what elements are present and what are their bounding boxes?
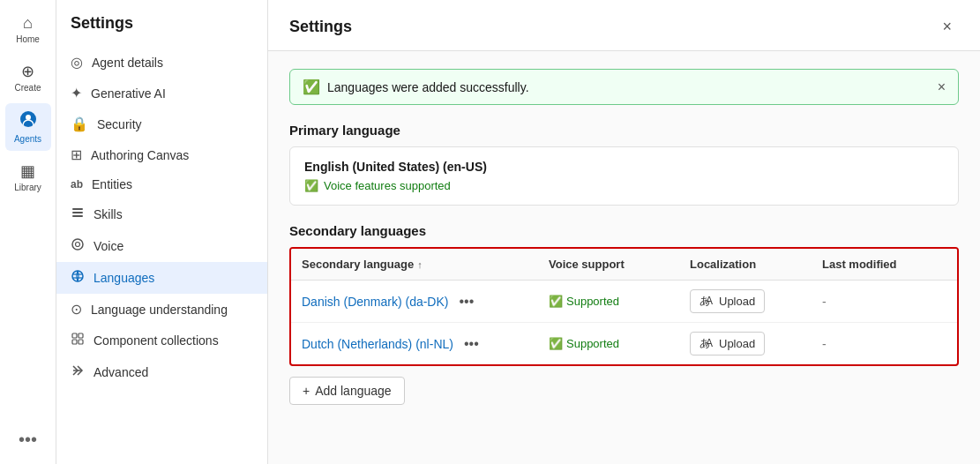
sidebar-item-component-collections-label: Component collections	[94, 333, 219, 348]
svg-text:A: A	[706, 337, 713, 348]
row1-upload-label: Upload	[719, 295, 755, 308]
add-language-button[interactable]: + Add language	[289, 377, 405, 405]
row1-voice-supported: ✅ Supported	[549, 295, 690, 308]
nav-rail: ⌂ Home ⊕ Create Agents ▦ Library •••	[0, 0, 56, 464]
row2-upload-label: Upload	[719, 337, 755, 350]
svg-rect-13	[79, 340, 83, 344]
sidebar-item-security-label: Security	[97, 117, 142, 131]
primary-language-box: English (United States) (en-US) ✅ Voice …	[289, 146, 959, 206]
row2-localization-cell: あ A Upload	[690, 332, 822, 355]
row1-lang-cell: Danish (Denmark) (da-DK) •••	[302, 292, 549, 311]
row1-more-options-button[interactable]: •••	[453, 292, 479, 311]
row1-supported-label: Supported	[566, 295, 619, 308]
close-button[interactable]: ×	[935, 14, 959, 40]
nav-item-home-label: Home	[16, 34, 40, 44]
col-header-localization: Localization	[690, 258, 822, 271]
secondary-languages-table: Secondary language ↑ Voice support Local…	[289, 247, 959, 366]
success-message: Languages were added successfully.	[327, 80, 529, 94]
main-header: Settings ×	[268, 0, 980, 51]
nav-item-home[interactable]: ⌂ Home	[5, 7, 51, 51]
row1-modified-cell: -	[822, 295, 946, 309]
sidebar-item-language-understanding-label: Language understanding	[91, 303, 228, 317]
svg-rect-12	[72, 340, 77, 344]
settings-sidebar: Settings ◎ Agent details ✦ Generative AI…	[56, 0, 268, 464]
col-header-lang: Secondary language ↑	[302, 258, 549, 271]
row2-upload-icon: あ A	[699, 336, 714, 351]
success-banner-content: ✅ Languages were added successfully.	[303, 79, 529, 95]
sidebar-item-languages[interactable]: Languages	[56, 262, 267, 294]
languages-icon	[71, 269, 85, 287]
svg-rect-3	[72, 212, 83, 213]
sidebar-item-entities-label: Entities	[92, 177, 132, 191]
authoring-canvas-icon: ⊞	[71, 146, 82, 163]
primary-language-section-title: Primary language	[289, 123, 959, 138]
svg-rect-4	[72, 215, 83, 217]
sidebar-item-skills-label: Skills	[94, 207, 123, 221]
sidebar-item-agent-details[interactable]: ◎ Agent details	[56, 47, 267, 78]
svg-rect-10	[72, 333, 77, 338]
sidebar-item-skills[interactable]: Skills	[56, 198, 267, 230]
row2-supported-label: Supported	[566, 337, 619, 350]
row2-upload-button[interactable]: あ A Upload	[690, 332, 765, 355]
row1-voice-cell: ✅ Supported	[549, 295, 690, 308]
table-row: Danish (Denmark) (da-DK) ••• ✅ Supported	[291, 281, 957, 323]
sidebar-item-advanced[interactable]: Advanced	[56, 356, 267, 388]
advanced-icon	[71, 363, 85, 381]
sidebar-item-component-collections[interactable]: Component collections	[56, 325, 267, 356]
nav-item-agents-label: Agents	[14, 134, 41, 144]
row2-supported-check-icon: ✅	[549, 337, 563, 350]
sidebar-item-authoring-canvas[interactable]: ⊞ Authoring Canvas	[56, 139, 267, 170]
entities-icon: ab	[71, 178, 83, 191]
nav-item-agents[interactable]: Agents	[5, 103, 51, 151]
row2-more-options-button[interactable]: •••	[459, 334, 484, 354]
primary-language-name: English (United States) (en-US)	[304, 160, 944, 174]
row2-voice-cell: ✅ Supported	[549, 337, 690, 350]
nav-item-create-label: Create	[14, 83, 41, 93]
sidebar-item-generative-ai-label: Generative AI	[91, 86, 166, 101]
secondary-languages-section-title: Secondary languages	[289, 223, 959, 238]
row2-lang-cell: Dutch (Netherlands) (nl-NL) •••	[302, 334, 549, 354]
svg-point-6	[76, 243, 80, 247]
voice-supported-label: Voice features supported	[324, 179, 451, 192]
add-lang-label: Add language	[315, 384, 391, 398]
library-icon: ▦	[20, 161, 35, 181]
home-icon: ⌂	[23, 14, 33, 33]
voice-check-icon: ✅	[304, 179, 318, 192]
nav-item-create[interactable]: ⊕ Create	[5, 55, 51, 100]
generative-ai-icon: ✦	[71, 85, 82, 101]
svg-point-1	[26, 115, 31, 120]
main-body: ✅ Languages were added successfully. × P…	[268, 51, 980, 464]
row2-lang-link[interactable]: Dutch (Netherlands) (nl-NL)	[302, 337, 453, 351]
sidebar-item-security[interactable]: 🔒 Security	[56, 109, 267, 139]
row1-supported-check-icon: ✅	[549, 295, 563, 308]
add-lang-plus-icon: +	[303, 384, 310, 398]
sidebar-item-voice-label: Voice	[94, 239, 123, 253]
sidebar-item-voice[interactable]: Voice	[56, 230, 267, 262]
sidebar-item-entities[interactable]: ab Entities	[56, 170, 267, 198]
row2-voice-supported: ✅ Supported	[549, 337, 690, 350]
svg-rect-2	[72, 208, 83, 210]
row1-upload-button[interactable]: あ A Upload	[690, 289, 765, 313]
banner-close-button[interactable]: ×	[938, 79, 946, 95]
sidebar-item-generative-ai[interactable]: ✦ Generative AI	[56, 78, 267, 109]
sidebar-item-language-understanding[interactable]: ⊙ Language understanding	[56, 294, 267, 325]
nav-item-library[interactable]: ▦ Library	[5, 154, 51, 199]
sort-arrow-icon: ↑	[417, 259, 423, 270]
voice-icon	[71, 237, 85, 255]
sidebar-item-languages-label: Languages	[94, 271, 154, 285]
agent-details-icon: ◎	[71, 54, 83, 71]
success-banner: ✅ Languages were added successfully. ×	[289, 69, 959, 105]
col-header-modified: Last modified	[822, 258, 946, 271]
nav-more-button[interactable]: •••	[19, 430, 37, 450]
sidebar-item-agent-details-label: Agent details	[92, 56, 163, 70]
svg-rect-11	[79, 333, 83, 338]
svg-text:A: A	[706, 295, 713, 306]
component-collections-icon	[71, 332, 85, 349]
security-icon: 🔒	[71, 116, 88, 132]
table-header: Secondary language ↑ Voice support Local…	[291, 249, 957, 281]
main-header-title: Settings	[289, 18, 352, 36]
agents-icon	[19, 110, 37, 132]
language-understanding-icon: ⊙	[71, 301, 82, 318]
success-check-icon: ✅	[303, 79, 320, 95]
row1-lang-link[interactable]: Danish (Denmark) (da-DK)	[302, 295, 448, 309]
